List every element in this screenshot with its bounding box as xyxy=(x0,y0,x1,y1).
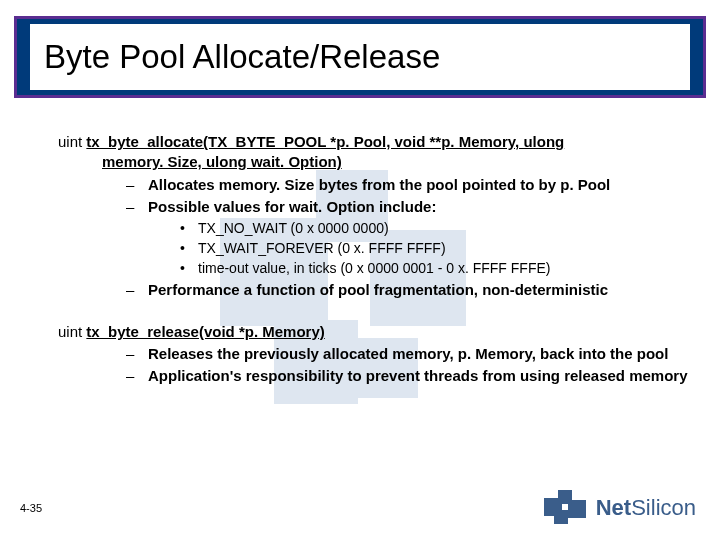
func-allocate: uint tx_byte_allocate(TX_BYTE_POOL *p. P… xyxy=(58,132,690,300)
page-title: Byte Pool Allocate/Release xyxy=(30,24,690,90)
list-item: Releases the previously allocated memory… xyxy=(148,344,690,364)
func-signature: uint tx_byte_release(void *p. Memory) xyxy=(58,323,325,340)
page-number: 4-35 xyxy=(20,502,42,514)
bullet-list: Allocates memory. Size bytes from the po… xyxy=(58,175,690,218)
list-item: time-out value, in ticks (0 x 0000 0001 … xyxy=(198,259,690,278)
slide: Byte Pool Allocate/Release uint tx_byte_… xyxy=(0,0,720,540)
brand-logo: NetSilicon xyxy=(544,490,696,526)
func-release: uint tx_byte_release(void *p. Memory) Re… xyxy=(58,322,690,387)
func-signature-line1: uint tx_byte_allocate(TX_BYTE_POOL *p. P… xyxy=(58,133,564,150)
brand-mark-icon xyxy=(544,490,588,526)
bullet-list-tail: Performance a function of pool fragmenta… xyxy=(58,280,690,300)
content: uint tx_byte_allocate(TX_BYTE_POOL *p. P… xyxy=(58,132,690,389)
list-item: Application's responsibility to prevent … xyxy=(148,366,690,386)
sub-bullet-list: TX_NO_WAIT (0 x 0000 0000) TX_WAIT_FOREV… xyxy=(58,219,690,278)
brand-text: NetSilicon xyxy=(596,495,696,521)
list-item: TX_NO_WAIT (0 x 0000 0000) xyxy=(198,219,690,238)
func-signature-line2: memory. Size, ulong wait. Option) xyxy=(58,152,690,172)
title-text: Byte Pool Allocate/Release xyxy=(44,38,440,76)
bullet-list: Releases the previously allocated memory… xyxy=(58,344,690,387)
list-item: Performance a function of pool fragmenta… xyxy=(148,280,690,300)
list-item: Allocates memory. Size bytes from the po… xyxy=(148,175,690,195)
list-item: TX_WAIT_FOREVER (0 x. FFFF FFFF) xyxy=(198,239,690,258)
list-item: Possible values for wait. Option include… xyxy=(148,197,690,217)
